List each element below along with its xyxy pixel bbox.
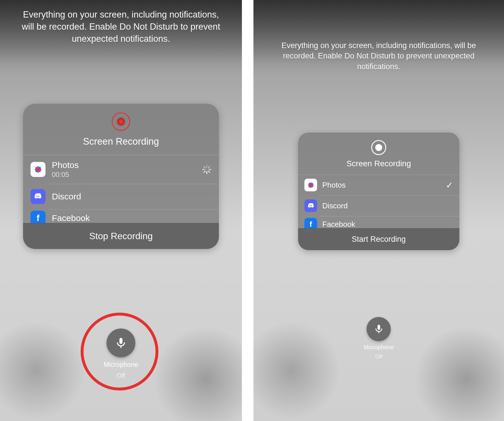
card-title: Screen Recording [346, 159, 411, 168]
destination-label: Photos [52, 160, 196, 170]
discord-app-icon [304, 199, 317, 212]
microphone-label: Microphone [364, 344, 394, 351]
screen-recording-card: Screen Recording Photos 00:05 [23, 104, 219, 249]
destination-row-discord[interactable]: Discord [298, 195, 459, 216]
destination-label: Discord [52, 192, 211, 201]
destination-row-photos[interactable]: Photos 00:05 [23, 155, 219, 184]
facebook-app-icon: f [304, 218, 317, 228]
checkmark-icon: ✓ [446, 180, 453, 190]
card-header: Screen Recording [23, 104, 219, 155]
recording-indicator-icon [112, 112, 130, 131]
destination-row-photos[interactable]: Photos ✓ [298, 175, 459, 195]
discord-app-icon [31, 189, 46, 204]
destination-row-facebook[interactable]: f Facebook [23, 209, 219, 223]
destination-row-discord[interactable]: Discord [23, 184, 219, 209]
microphone-toggle-button[interactable] [367, 317, 391, 341]
destination-label: Facebook [322, 220, 453, 229]
screenshot-recording-idle: Everything on your screen, including not… [253, 0, 504, 421]
destination-label: Facebook [52, 213, 211, 223]
recording-indicator-icon [371, 140, 386, 155]
screen-recording-disclaimer: Everything on your screen, including not… [0, 9, 242, 45]
screen-recording-card: Screen Recording Photos ✓ [298, 133, 459, 250]
stop-recording-button[interactable]: Stop Recording [23, 223, 219, 249]
destination-label: Photos [322, 181, 441, 190]
microphone-icon [115, 337, 127, 349]
destination-row-facebook[interactable]: f Facebook [298, 216, 459, 228]
microphone-control: Microphone Off [364, 317, 394, 360]
facebook-app-icon: f [31, 211, 46, 223]
destination-label: Discord [322, 201, 453, 210]
microphone-label: Microphone [104, 361, 138, 369]
screen-recording-disclaimer: Everything on your screen, including not… [253, 40, 504, 72]
recording-elapsed-time: 00:05 [52, 171, 196, 179]
screenshot-recording-active: Everything on your screen, including not… [0, 0, 242, 421]
microphone-icon [374, 324, 384, 334]
card-header: Screen Recording [298, 133, 459, 175]
svg-rect-8 [120, 338, 123, 344]
loading-spinner-icon [202, 165, 211, 174]
microphone-toggle-button[interactable] [107, 329, 135, 357]
start-recording-button[interactable]: Start Recording [298, 228, 459, 250]
photos-app-icon [31, 162, 46, 177]
svg-rect-17 [378, 325, 380, 330]
microphone-control: Microphone Off [104, 329, 138, 380]
microphone-state: Off [117, 372, 125, 380]
photos-app-icon [304, 179, 317, 191]
microphone-state: Off [375, 354, 382, 360]
card-title: Screen Recording [83, 136, 159, 147]
